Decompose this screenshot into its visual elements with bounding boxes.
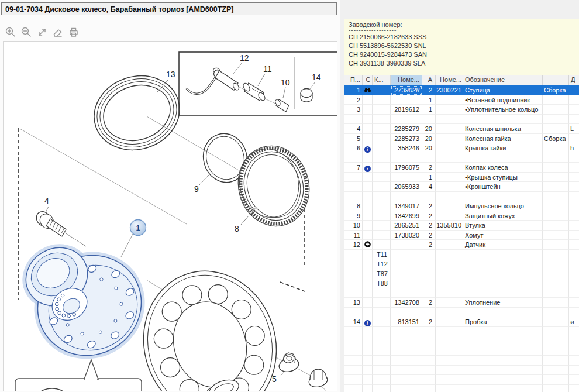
table-row[interactable] [344, 192, 579, 202]
eraser-icon[interactable] [51, 26, 64, 39]
fit-view-icon[interactable] [36, 26, 49, 39]
table-row[interactable]: 7i17960752Колпак колеса [344, 163, 579, 173]
cap-nut-part[interactable] [308, 369, 328, 388]
cell-name: Колесная шпилька [463, 124, 543, 134]
cell-pos: 12 [344, 240, 363, 250]
cell-note [543, 366, 569, 376]
cell-icon: i [363, 317, 373, 327]
cell-note [543, 124, 569, 134]
column-header-2[interactable]: К... [373, 75, 391, 85]
table-row[interactable] [344, 346, 579, 356]
cell-pos [344, 288, 363, 298]
table-row[interactable]: T87 [344, 269, 579, 279]
column-header-4[interactable]: А [422, 75, 436, 85]
table-row[interactable]: 1273902822300221СтупицаСборка [344, 85, 579, 95]
cell-icon [363, 192, 373, 202]
table-row[interactable]: T88 [344, 278, 579, 288]
column-header-3[interactable]: Номе... [391, 75, 422, 85]
column-header-7[interactable] [543, 75, 569, 85]
parts-list-pane: Заводской номер: ------------------- CH … [344, 0, 579, 392]
info-icon[interactable]: i [364, 146, 371, 153]
table-row[interactable]: 6i35824620Крышка гайкиh [344, 143, 579, 153]
cell-qty: 2 [422, 201, 436, 211]
table-row[interactable] [344, 366, 579, 376]
table-row[interactable]: 122Датчик [344, 240, 579, 250]
table-row[interactable]: 14i8131512Пробкаø [344, 317, 579, 327]
cell-part_no [391, 95, 422, 105]
cell-note [543, 308, 569, 318]
table-row[interactable]: 813490172Импульсное кольцо [344, 201, 579, 211]
column-header-8[interactable]: Д [569, 75, 579, 85]
shield-ring[interactable] [125, 254, 295, 391]
cell-name [463, 278, 543, 288]
table-row[interactable]: 5228527320Колесная гайкаСборка [344, 134, 579, 144]
table-row[interactable] [344, 115, 579, 125]
info-icon[interactable]: i [364, 320, 371, 326]
table-row[interactable]: T11 [344, 250, 579, 260]
wheel-stud-part-4[interactable] [34, 207, 86, 246]
cell-code [373, 115, 391, 125]
hub-callout-balloon[interactable]: 1 [121, 220, 146, 257]
cell-note [543, 346, 569, 356]
cell-dim [569, 288, 579, 298]
cell-pos: 3 [344, 105, 363, 115]
cap-part-14[interactable] [301, 89, 312, 102]
table-row[interactable]: 328196121•Уплотнительное кольцо [344, 105, 579, 115]
column-header-0[interactable]: П... [344, 75, 363, 85]
table-row[interactable] [344, 385, 579, 392]
cell-dim [569, 173, 579, 183]
column-header-5[interactable]: Номе... [436, 75, 463, 85]
impulse-ring-part-8[interactable] [229, 138, 318, 234]
parts-table[interactable]: П...СК...Номе...АНоме...ОбозначениеД 127… [344, 75, 579, 392]
table-row[interactable] [344, 375, 579, 385]
cell-name: •Уплотнительное кольцо [463, 105, 543, 115]
cell-part_no2 [436, 288, 463, 298]
zoom-in-icon[interactable] [4, 26, 17, 39]
zoom-out-icon[interactable] [20, 26, 33, 39]
wheel-nut-part-5[interactable] [278, 353, 300, 373]
cell-code [373, 143, 391, 153]
cell-code [373, 356, 391, 366]
cell-dim [569, 240, 579, 250]
cell-part_no [391, 173, 422, 183]
column-header-6[interactable]: Обозначение [463, 75, 543, 85]
cell-code [373, 192, 391, 202]
cell-code [373, 85, 391, 95]
cell-part_no: 813151 [391, 317, 422, 327]
exploded-view-diagram[interactable]: 12 11 10 14 13 [3, 41, 337, 391]
table-row[interactable]: T12 [344, 259, 579, 269]
cell-note [543, 327, 569, 337]
table-row[interactable] [344, 327, 579, 337]
table-row[interactable]: 10286525121355810Втулка [344, 221, 579, 231]
table-row[interactable]: 4228527920Колесная шпилькаL [344, 124, 579, 134]
cell-note [543, 95, 569, 105]
table-row[interactable]: 913426992Защитный кожух [344, 211, 579, 221]
parts-table-body: 1273902822300221СтупицаСборка21•Вставной… [344, 85, 579, 392]
table-row[interactable] [344, 288, 579, 298]
table-row[interactable] [344, 356, 579, 366]
info-icon[interactable]: i [364, 166, 371, 172]
cell-part_no [391, 250, 422, 260]
column-header-1[interactable]: С [363, 75, 373, 85]
cell-name: •Кронштейн [463, 182, 543, 192]
seal-ring-part-13[interactable] [84, 65, 189, 161]
cell-pos: 1 [344, 85, 363, 95]
table-row[interactable] [344, 336, 579, 346]
cell-part_no2 [436, 346, 463, 356]
hub-part-1[interactable] [14, 235, 161, 376]
table-row[interactable]: 21•Вставной подшипник [344, 95, 579, 105]
print-icon[interactable] [67, 26, 80, 39]
table-row[interactable] [344, 308, 579, 318]
refresh-arrow-icon[interactable] [364, 240, 371, 250]
cell-pos [344, 269, 363, 279]
table-row[interactable]: 1•Крышка ступицы [344, 173, 579, 183]
cell-dim: ø [569, 317, 579, 327]
cell-qty [422, 385, 436, 392]
cell-part_no [391, 269, 422, 279]
cell-part_no [391, 288, 422, 298]
table-row[interactable]: 1313427082Уплотнение [344, 298, 579, 308]
table-row[interactable]: 20659334•Кронштейн [344, 182, 579, 192]
table-row[interactable]: 1117380202Хомут [344, 231, 579, 240]
cell-qty: 2 [422, 231, 436, 240]
table-row[interactable] [344, 153, 579, 163]
